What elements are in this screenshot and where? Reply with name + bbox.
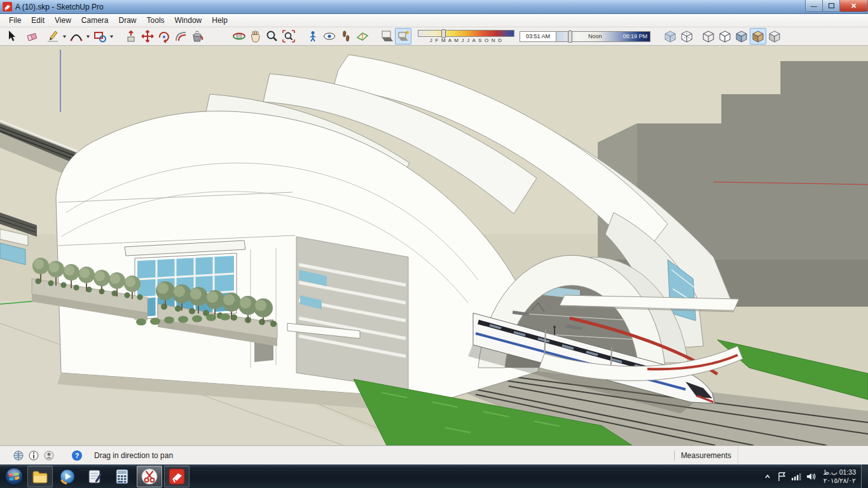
clock-time: 01:33 ب.ظ xyxy=(823,468,856,477)
month-letters: J F M A M J J A S O N D xyxy=(418,38,514,43)
show-desktop-button[interactable] xyxy=(861,464,868,488)
pencil-icon xyxy=(45,29,60,44)
menu-draw[interactable]: Draw xyxy=(114,15,142,26)
shaded-style-button[interactable] xyxy=(733,28,750,45)
line-tool-dropdown[interactable] xyxy=(61,28,68,45)
rotate-icon xyxy=(156,29,172,44)
shapes-tool-button[interactable] xyxy=(92,28,108,45)
section-plane-icon xyxy=(355,29,370,44)
measurements-value[interactable] xyxy=(738,446,868,464)
walk-feet-icon xyxy=(338,29,354,44)
taskbar-clock[interactable]: 01:33 ب.ظ ٢٠١٥/٢٨/٠٢ xyxy=(823,468,856,485)
menu-camera[interactable]: Camera xyxy=(76,15,114,26)
shaded-textures-style-button[interactable] xyxy=(750,28,766,45)
chevron-down-icon xyxy=(85,34,91,39)
time-slider-track[interactable]: Noon 08:19 PM xyxy=(556,31,651,42)
credits-icon[interactable] xyxy=(28,450,39,461)
zoom-extents-icon xyxy=(281,29,296,44)
system-tray: 01:33 ب.ظ ٢٠١٥/٢٨/٠٢ xyxy=(761,464,868,488)
rotate-tool-button[interactable] xyxy=(156,28,172,45)
paint-bucket-icon xyxy=(189,29,205,44)
arc-tool-dropdown[interactable] xyxy=(85,28,92,45)
zoom-tool-button[interactable] xyxy=(264,28,280,45)
menu-tools[interactable]: Tools xyxy=(142,15,170,26)
start-button[interactable] xyxy=(3,465,25,488)
help-icon[interactable]: ? xyxy=(71,450,83,461)
action-center-icon[interactable] xyxy=(777,471,786,482)
eye-icon xyxy=(322,29,337,44)
hidden-icons-chevron[interactable] xyxy=(763,472,772,481)
arc-tool-button[interactable] xyxy=(68,28,85,45)
shadow-toggle-button[interactable] xyxy=(395,28,411,45)
statusbar: ? Drag in direction to pan Measurements xyxy=(0,445,868,464)
hidden-line-style-button[interactable] xyxy=(717,28,733,45)
shadow-dialog-button[interactable] xyxy=(378,28,395,45)
window-title: A (10).skp - SketchUp Pro xyxy=(15,3,104,11)
orbit-tool-button[interactable] xyxy=(231,28,247,45)
eraser-tool-button[interactable] xyxy=(24,28,41,45)
viewport-3d-scene[interactable] xyxy=(0,46,868,445)
svg-text:?: ? xyxy=(75,452,79,459)
titlebar[interactable]: A (10).skp - SketchUp Pro — ✕ xyxy=(0,0,868,14)
taskbar-calculator[interactable] xyxy=(109,466,135,487)
media-player-icon xyxy=(59,468,76,485)
shaded-style-icon xyxy=(734,29,749,44)
menu-file[interactable]: File xyxy=(4,15,26,26)
position-camera-tool-button[interactable] xyxy=(305,28,321,45)
select-tool-button[interactable] xyxy=(4,28,20,45)
menu-edit[interactable]: Edit xyxy=(26,15,50,26)
maximize-button[interactable] xyxy=(822,0,840,12)
push-pull-tool-button[interactable] xyxy=(123,28,139,45)
taskbar-sketchup[interactable] xyxy=(164,466,189,487)
date-slider-track[interactable] xyxy=(418,30,514,37)
menu-help[interactable]: Help xyxy=(207,15,233,26)
shadow-time-value[interactable]: 03:51 AM xyxy=(520,31,556,42)
taskbar-media-player[interactable] xyxy=(55,466,80,487)
wireframe-style-button[interactable] xyxy=(700,28,717,45)
signin-icon[interactable] xyxy=(43,450,55,461)
close-button[interactable]: ✕ xyxy=(839,0,868,12)
shadow-time-slider[interactable]: 03:51 AM Noon 08:19 PM xyxy=(520,31,651,42)
monochrome-style-button[interactable] xyxy=(766,28,783,45)
shaded-textures-style-icon xyxy=(750,29,766,44)
noon-label: Noon xyxy=(588,33,602,39)
move-tool-button[interactable] xyxy=(139,28,156,45)
taskbar-snipping-tool[interactable] xyxy=(137,466,162,487)
scissors-icon xyxy=(141,468,158,485)
zoom-extents-tool-button[interactable] xyxy=(280,28,297,45)
evening-label: 08:19 PM xyxy=(623,33,647,39)
measurements-separator xyxy=(674,450,675,461)
shadow-date-slider[interactable]: J F M A M J J A S O N D xyxy=(418,30,514,43)
xray-style-button[interactable] xyxy=(662,28,679,45)
menu-window[interactable]: Window xyxy=(170,15,207,26)
time-slider-handle[interactable] xyxy=(568,31,572,43)
taskbar-journal[interactable] xyxy=(82,466,107,487)
shapes-tool-dropdown[interactable] xyxy=(108,28,115,45)
modeling-viewport[interactable] xyxy=(0,46,868,445)
pan-tool-button[interactable] xyxy=(247,28,264,45)
paint-bucket-tool-button[interactable] xyxy=(189,28,205,45)
taskbar-explorer[interactable] xyxy=(27,466,53,487)
clock-date: ٢٠١٥/٢٨/٠٢ xyxy=(823,477,856,485)
line-tool-button[interactable] xyxy=(45,28,61,45)
back-edges-style-button[interactable] xyxy=(679,28,695,45)
orbit-icon xyxy=(231,29,247,44)
offset-icon xyxy=(173,29,188,44)
date-slider-handle[interactable] xyxy=(441,29,446,38)
offset-tool-button[interactable] xyxy=(172,28,189,45)
geolocation-icon[interactable] xyxy=(13,450,24,461)
push-pull-icon xyxy=(123,29,139,44)
volume-icon[interactable] xyxy=(806,472,816,481)
section-plane-tool-button[interactable] xyxy=(354,28,371,45)
folder-icon xyxy=(31,468,49,485)
xray-style-icon xyxy=(663,29,678,44)
look-around-tool-button[interactable] xyxy=(321,28,338,45)
minimize-button[interactable]: — xyxy=(805,0,823,12)
network-icon[interactable] xyxy=(791,472,801,481)
chevron-down-icon xyxy=(109,34,114,39)
shadow-toggle-icon xyxy=(396,29,411,44)
monochrome-style-icon xyxy=(767,29,782,44)
sketchup-window: A (10).skp - SketchUp Pro — ✕ File Edit … xyxy=(0,0,868,488)
menu-view[interactable]: View xyxy=(50,15,76,26)
walk-tool-button[interactable] xyxy=(338,28,354,45)
